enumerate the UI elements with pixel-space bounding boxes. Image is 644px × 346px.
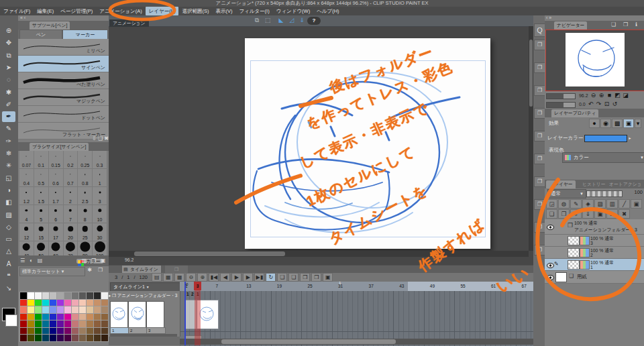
brush-size-cell[interactable]: 0.2: [64, 151, 78, 169]
qa-folder-icon-8[interactable]: ❐: [534, 199, 545, 210]
qa-folder-icon-10[interactable]: ❐: [534, 245, 545, 255]
dock-icon-5[interactable]: ❒: [89, 255, 98, 266]
color-swatch[interactable]: [42, 321, 49, 327]
color-swatch[interactable]: [79, 292, 86, 299]
dock-icon-6[interactable]: ▣: [99, 255, 107, 266]
subtool-item[interactable]: サインペン: [18, 56, 109, 72]
subtool-item[interactable]: ドットペン: [18, 106, 109, 123]
navigator-zoom-icon[interactable]: ⊕: [598, 91, 606, 100]
flip-vertical-icon[interactable]: ◿: [287, 17, 297, 23]
color-swatch[interactable]: [79, 314, 86, 321]
qa-folder-icon-2[interactable]: ❐: [534, 62, 545, 73]
color-swatch[interactable]: [57, 292, 64, 299]
border-effect-icon[interactable]: ●: [589, 119, 600, 128]
timeline-ruler[interactable]: 1713192531374349556167 1: [180, 282, 533, 291]
qa-folder-icon-6[interactable]: ❐: [534, 154, 545, 164]
menu-bar-item[interactable]: ページ管理(P): [57, 7, 96, 15]
color-swatch[interactable]: [35, 300, 42, 306]
qa-folder-icon-3[interactable]: ❐: [534, 85, 545, 96]
color-swatch[interactable]: [35, 321, 42, 327]
color-swatch[interactable]: [94, 328, 101, 335]
brush-size-cell[interactable]: 1.5: [34, 187, 49, 205]
color-swatch[interactable]: [42, 328, 49, 335]
color-swatch[interactable]: [20, 300, 27, 306]
layer-setting-icon[interactable]: ▣: [631, 199, 642, 209]
history-tab[interactable]: ヒストリー: [582, 181, 606, 188]
color-swatch[interactable]: [28, 328, 34, 335]
color-swatch[interactable]: [57, 335, 64, 341]
brush-size-cell[interactable]: 4: [19, 205, 34, 223]
navigator-rotate-icon[interactable]: ⊡: [603, 100, 611, 109]
color-swatch[interactable]: [72, 306, 78, 313]
cel-delete-icon[interactable]: ❒: [311, 273, 321, 282]
brush-size-cell[interactable]: 8: [78, 205, 93, 223]
color-swatch[interactable]: [57, 321, 64, 327]
correction-tool-icon[interactable]: ↘: [2, 283, 15, 294]
brush-size-cell[interactable]: 1: [93, 169, 107, 187]
color-swatch[interactable]: [79, 321, 86, 327]
menu-bar-item[interactable]: 選択範囲(S): [178, 7, 212, 15]
information-tab-icon[interactable]: ℹ: [632, 21, 641, 27]
dock-icon-3[interactable]: ▤: [36, 255, 44, 266]
アニメーションフォルダー・3[interactable]: ✎ ▼ ❐ ❏ 100 % 通常 アニメーションフォルダー・3: [545, 219, 644, 235]
frame-tool-icon[interactable]: ▭: [2, 234, 15, 245]
3[interactable]: ✎ ▼ ❐ ❏ 100 % 通常 3: [545, 235, 644, 247]
color-swatch[interactable]: [64, 292, 71, 299]
color-swatch[interactable]: [50, 314, 56, 321]
cel-thumb-3[interactable]: [146, 301, 164, 328]
layer-setting-icon[interactable]: ╱: [619, 199, 630, 209]
decoration-tool-icon[interactable]: ✳: [2, 160, 15, 171]
zoom-out-icon[interactable]: ⊖: [186, 273, 196, 282]
subtool-footer-icons[interactable]: ⇩ ❏ ✖: [18, 135, 111, 142]
用紙[interactable]: ✎ ▼ ❐ ❏ 用紙: [545, 271, 644, 284]
layer-property-tab[interactable]: レイヤープロパティ: [551, 109, 598, 117]
color-swatch[interactable]: [87, 300, 93, 306]
color-swatch[interactable]: [94, 292, 101, 299]
color-swatch[interactable]: [94, 321, 101, 327]
layer-command-icon[interactable]: ❐: [558, 209, 570, 219]
brush-size-cell[interactable]: 15: [34, 223, 49, 241]
layer-setting-icon[interactable]: ◲: [546, 199, 557, 209]
in-point-marker[interactable]: [184, 282, 186, 345]
folder-track-label[interactable]: ▸ ❐ アニメーションフォルダー・3: [109, 292, 180, 300]
thumb-number-3[interactable]: 3: [146, 327, 166, 334]
layer-command-icon[interactable]: ◙: [606, 209, 618, 219]
qa-folder-icon-7[interactable]: ❐: [534, 176, 545, 187]
line-tool-icon[interactable]: △: [2, 246, 15, 257]
color-swatch[interactable]: [79, 306, 86, 313]
gradient-tool-icon[interactable]: ▨: [2, 210, 15, 221]
color-swatch[interactable]: [28, 314, 34, 321]
quick-access-zoom-icon[interactable]: Q: [534, 23, 545, 37]
color-swatch[interactable]: [50, 306, 56, 313]
cel-new-icon[interactable]: ❏: [277, 273, 287, 282]
navigator-rotate-icon[interactable]: ↶: [587, 100, 595, 109]
color-swatch[interactable]: [42, 292, 49, 299]
color-swatch[interactable]: [57, 314, 64, 321]
vertical-scrollbar[interactable]: [529, 26, 533, 251]
qa-folder-icon-1[interactable]: ❐: [534, 40, 545, 50]
color-swatch[interactable]: [87, 306, 93, 313]
figure-tool-icon[interactable]: ◇: [2, 222, 15, 233]
background-color-swatch[interactable]: [5, 314, 17, 327]
cel-settings-icon[interactable]: ▦: [174, 273, 184, 282]
visibility-eye-icon[interactable]: [547, 263, 554, 268]
color-swatch[interactable]: [72, 328, 78, 335]
color-swatch[interactable]: [20, 292, 27, 299]
menu-bar-item[interactable]: ウィンドウ(W): [273, 7, 313, 15]
color-swatch[interactable]: [79, 335, 86, 341]
color-swatch[interactable]: [72, 314, 78, 321]
color-swatch[interactable]: [42, 335, 49, 341]
operation-tool-icon[interactable]: ➤: [2, 62, 15, 73]
subview-tab-icon[interactable]: ❏: [609, 21, 618, 27]
color-swatch[interactable]: [28, 292, 34, 299]
color-swatch[interactable]: [64, 335, 71, 341]
color-swatch[interactable]: [87, 314, 93, 321]
zoom-tool-icon[interactable]: ⊕: [2, 25, 15, 36]
color-swatch[interactable]: [50, 335, 56, 341]
thumb-number-1[interactable]: 1: [110, 327, 129, 334]
color-swatch[interactable]: [50, 300, 56, 306]
zoom-slider[interactable]: [546, 93, 576, 99]
brush-size-cell[interactable]: 0.1: [34, 151, 49, 169]
brush-tool-icon[interactable]: ✑: [2, 136, 15, 147]
play-icon[interactable]: ▶: [231, 273, 241, 282]
